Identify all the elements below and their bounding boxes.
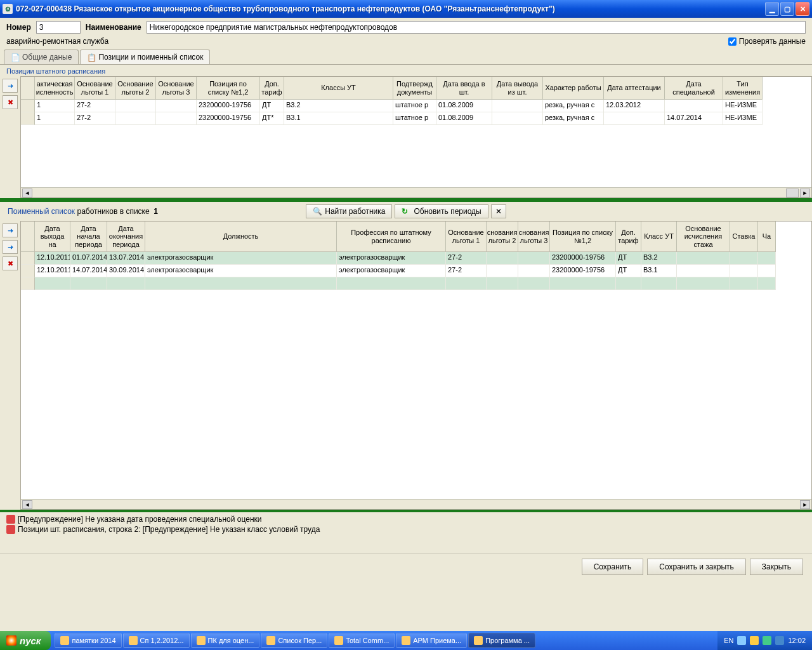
cell[interactable]	[665, 100, 723, 112]
cell[interactable]: В3.2	[641, 252, 677, 265]
cell[interactable]: 27-2	[75, 112, 115, 125]
cell[interactable]	[35, 277, 70, 290]
cell[interactable]	[604, 112, 665, 125]
tray-icon[interactable]	[763, 636, 771, 645]
save-button[interactable]: Сохранить	[582, 559, 644, 575]
cell[interactable]	[518, 277, 550, 290]
save-close-button[interactable]: Сохранить и закрыть	[647, 559, 745, 575]
cell[interactable]	[641, 277, 677, 290]
cell[interactable]	[518, 265, 550, 277]
name-input[interactable]	[147, 21, 806, 34]
cell[interactable]: 01.08.2009	[436, 100, 492, 112]
maximize-button[interactable]: ▢	[780, 2, 794, 16]
col-header[interactable]: Класс УТ	[641, 222, 677, 252]
cell[interactable]	[337, 277, 446, 290]
add-worker-button[interactable]: ➜	[3, 223, 18, 237]
col-header[interactable]: Доп. тариф	[260, 77, 284, 100]
refresh-periods-button[interactable]: ↻ Обновить периоды	[395, 204, 488, 218]
cell[interactable]	[446, 277, 487, 290]
cell[interactable]: резка, ручная с	[543, 112, 604, 125]
col-header[interactable]: Доп. тариф	[616, 222, 641, 252]
cell[interactable]	[677, 277, 730, 290]
cell[interactable]: В3.1	[641, 265, 677, 277]
scroll-thumb[interactable]	[786, 189, 799, 197]
col-header[interactable]: Подтвержд документы	[393, 77, 436, 100]
cell[interactable]: штатное р	[393, 100, 436, 112]
cell[interactable]	[758, 252, 776, 265]
cell[interactable]	[616, 277, 641, 290]
cell[interactable]	[492, 100, 543, 112]
cell[interactable]: ДТ	[616, 252, 641, 265]
tray-icon[interactable]	[737, 636, 746, 645]
taskbar-item[interactable]: ПК для оцен...	[191, 633, 260, 648]
cell[interactable]	[145, 277, 337, 290]
col-header[interactable]: Позиция по списку №1,2	[197, 77, 260, 100]
scroll-left-icon[interactable]: ◄	[22, 500, 32, 509]
cell[interactable]: ДТ	[616, 265, 641, 277]
cell[interactable]	[730, 265, 758, 277]
delete-row-button[interactable]: ✖	[3, 95, 18, 109]
number-input[interactable]	[36, 21, 81, 34]
cell[interactable]	[677, 265, 730, 277]
cell[interactable]	[487, 277, 518, 290]
col-header[interactable]: Дата аттестации	[604, 77, 665, 100]
cell[interactable]	[115, 100, 156, 112]
cell[interactable]: резка, ручная с	[543, 100, 604, 112]
cell[interactable]: электрогазосварщик	[145, 252, 337, 265]
cell[interactable]	[677, 252, 730, 265]
col-header[interactable]: Профессия по штатному расписанию	[337, 222, 446, 252]
cell[interactable]	[730, 252, 758, 265]
table-row[interactable]: 12.10.201101.07.201413.07.2014электрогаз…	[21, 252, 811, 265]
workers-grid[interactable]: Дата выхода на Дата начала периода Дата …	[20, 221, 812, 510]
col-header[interactable]: Должность	[145, 222, 337, 252]
cell[interactable]: 23200000-19756	[197, 112, 260, 125]
col-header[interactable]: актическая исленность	[35, 77, 75, 100]
cell[interactable]: 23200000-19756	[550, 252, 616, 265]
cell[interactable]: 12.03.2012	[604, 100, 665, 112]
cell[interactable]: 1	[35, 100, 75, 112]
col-header[interactable]: снования льготы 2	[487, 222, 518, 252]
scroll-left-icon[interactable]: ◄	[22, 189, 32, 197]
col-header[interactable]: Основание льготы 1	[446, 222, 487, 252]
col-header[interactable]: Позиция по списку №1,2	[550, 222, 616, 252]
table-row[interactable]	[21, 277, 811, 290]
minimize-button[interactable]: ▁	[765, 2, 779, 16]
col-header[interactable]: Дата окончания периода	[107, 222, 145, 252]
positions-grid[interactable]: актическая исленность Основание льготы 1…	[20, 76, 812, 198]
cell[interactable]: 14.07.2014	[70, 265, 107, 277]
edit-worker-button[interactable]: ➜	[3, 240, 18, 254]
close-panel-button[interactable]: ✕	[491, 204, 506, 218]
cell[interactable]: 13.07.2014	[107, 252, 145, 265]
tab-positions[interactable]: 📋 Позиции и поименный список	[80, 50, 210, 64]
cell[interactable]: штатное р	[393, 112, 436, 125]
cell[interactable]	[758, 265, 776, 277]
col-header[interactable]: снования льготы 3	[518, 222, 550, 252]
cell[interactable]: ДТ*	[260, 112, 284, 125]
cell[interactable]	[487, 252, 518, 265]
col-header[interactable]: Ча	[758, 222, 776, 252]
col-header[interactable]: Дата начала периода	[70, 222, 107, 252]
cell[interactable]: 27-2	[75, 100, 115, 112]
cell[interactable]: НЕ-ИЗМЕ	[723, 100, 763, 112]
col-header[interactable]: Дата специальной	[665, 77, 723, 100]
cell[interactable]: ДТ	[260, 100, 284, 112]
scroll-right-icon[interactable]: ►	[800, 500, 810, 509]
tray-icon[interactable]	[750, 636, 759, 645]
cell[interactable]	[518, 252, 550, 265]
col-header[interactable]: Основание льготы 3	[156, 77, 197, 100]
col-header[interactable]: Дата вывода из шт.	[492, 77, 543, 100]
find-worker-button[interactable]: 🔍 Найти работника	[306, 204, 392, 218]
cell[interactable]: 01.07.2014	[70, 252, 107, 265]
col-header[interactable]: Дата ввода в шт.	[436, 77, 492, 100]
taskbar-item[interactable]: Сп 1,2.2012...	[123, 633, 190, 648]
cell[interactable]: 23200000-19756	[197, 100, 260, 112]
h-scrollbar[interactable]: ◄ ►	[21, 187, 811, 197]
table-row[interactable]: 127-223200000-19756ДТ*В3.1штатное р01.08…	[21, 112, 811, 125]
close-window-button[interactable]: ✕	[796, 2, 809, 16]
check-data-checkbox[interactable]	[728, 37, 737, 46]
cell[interactable]: 30.09.2014	[107, 265, 145, 277]
scroll-right-icon[interactable]: ►	[800, 189, 810, 197]
check-data-label[interactable]: Проверять данные	[728, 37, 806, 46]
language-indicator[interactable]: EN	[724, 637, 733, 644]
taskbar-item[interactable]: Программа ...	[468, 633, 535, 648]
